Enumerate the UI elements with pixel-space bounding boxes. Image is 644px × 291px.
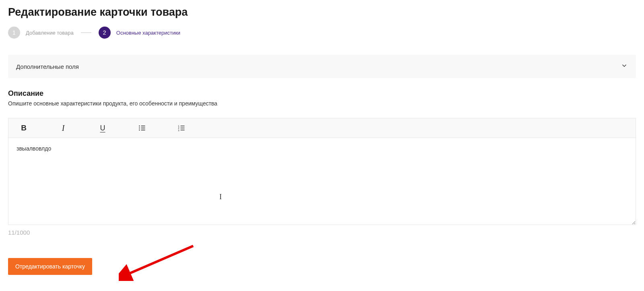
svg-point-0	[139, 126, 140, 127]
step-1-circle: 1	[8, 27, 20, 39]
edit-card-button[interactable]: Отредактировать карточку	[8, 258, 92, 275]
svg-point-4	[139, 130, 140, 131]
step-connector	[81, 32, 91, 33]
bullet-list-icon	[138, 124, 146, 132]
numbered-list-icon: 1 2 3	[178, 124, 186, 132]
page-title: Редактирование карточки товара	[8, 6, 636, 19]
step-2-circle: 2	[99, 27, 111, 39]
character-counter: 11/1000	[8, 229, 636, 236]
description-hint: Опишите основные характеристики продукта…	[8, 100, 636, 107]
svg-line-13	[126, 246, 193, 275]
chevron-down-icon	[621, 62, 628, 71]
bold-button[interactable]: B	[18, 122, 29, 134]
stepper: 1 Добавление товара 2 Основные характери…	[8, 27, 636, 39]
underline-button[interactable]: U	[97, 122, 108, 134]
step-2-label: Основные характеристики	[116, 30, 180, 36]
bullet-list-button[interactable]	[136, 122, 148, 134]
additional-fields-accordion[interactable]: Дополнительные поля	[8, 55, 636, 78]
italic-button[interactable]: I	[58, 122, 69, 134]
step-1-label: Добавление товара	[26, 30, 74, 36]
description-textarea[interactable]: звыалвовлдо	[8, 138, 636, 225]
svg-text:3: 3	[178, 129, 179, 132]
step-2[interactable]: 2 Основные характеристики	[99, 27, 180, 39]
description-title: Описание	[8, 89, 636, 98]
rich-text-editor: B I U 1 2 3	[8, 118, 636, 225]
accordion-label: Дополнительные поля	[16, 63, 79, 70]
step-1[interactable]: 1 Добавление товара	[8, 27, 74, 39]
editor-toolbar: B I U 1 2 3	[8, 118, 636, 138]
svg-point-2	[139, 128, 140, 129]
annotation-arrow-icon	[119, 243, 199, 281]
numbered-list-button[interactable]: 1 2 3	[176, 122, 187, 134]
